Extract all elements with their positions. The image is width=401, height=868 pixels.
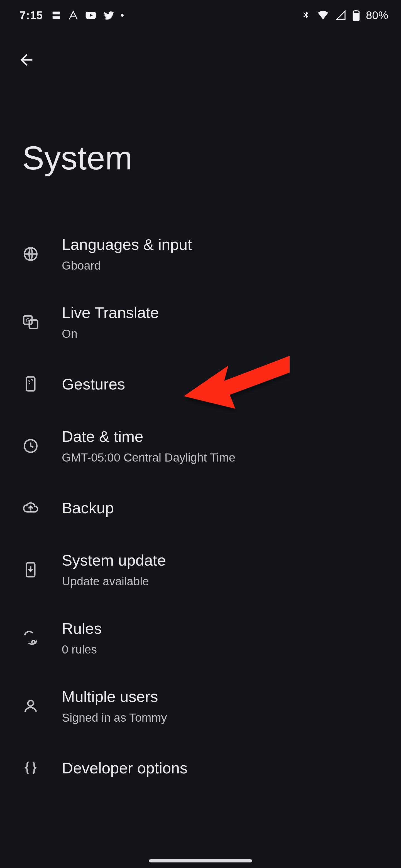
item-subtitle: 0 rules [62,643,102,656]
svg-rect-10 [26,377,35,391]
gestures-icon [20,376,42,392]
item-system-update[interactable]: System update Update available [20,535,401,604]
cloud-upload-icon [20,499,42,516]
item-developer-options[interactable]: Developer options [20,740,401,796]
item-subtitle: On [62,327,159,341]
bluetooth-icon [301,10,311,20]
svg-point-13 [32,641,35,644]
translate-icon: G [20,314,42,331]
item-title: Developer options [62,759,188,777]
braces-icon [20,760,42,776]
item-title: Date & time [62,427,235,445]
item-title: Gestures [62,375,125,393]
settings-list: Languages & input Gboard G Live Translat… [0,220,401,796]
item-multiple-users[interactable]: Multiple users Signed in as Tommy [20,672,401,740]
clock-icon [20,438,42,454]
item-rules[interactable]: Rules 0 rules [20,604,401,672]
item-title: Languages & input [62,235,192,253]
app-a-icon [68,10,79,21]
twitter-icon [103,9,115,21]
item-title: Backup [62,499,114,517]
wifi-icon [317,9,329,22]
item-backup[interactable]: Backup [20,480,401,535]
status-bar-left: 7:15 [20,9,124,22]
more-dot-icon [121,14,124,17]
item-subtitle: Gboard [62,259,192,272]
battery-percentage: 80% [366,9,388,22]
cell-signal-icon [335,10,346,21]
home-indicator[interactable] [149,859,252,862]
rules-icon [20,629,42,646]
svg-point-14 [28,701,33,706]
svg-rect-1 [53,16,60,19]
item-gestures[interactable]: Gestures [20,356,401,412]
android-settings-system-screen: 7:15 [0,0,401,868]
svg-text:G: G [26,317,30,323]
item-languages-input[interactable]: Languages & input Gboard [20,220,401,288]
arrow-back-icon [18,51,35,69]
back-button[interactable] [14,47,39,72]
item-title: Multiple users [62,687,167,706]
app-bar [14,47,39,72]
page-title: System [22,139,133,177]
item-title: Live Translate [62,304,159,321]
item-date-time[interactable]: Date & time GMT-05:00 Central Daylight T… [20,412,401,480]
globe-icon [20,246,42,262]
status-bar-right: 80% [301,9,388,22]
item-subtitle: Update available [62,575,166,588]
svg-rect-5 [353,13,359,21]
status-bar: 7:15 [0,0,401,31]
app-e-icon [51,10,62,21]
item-live-translate[interactable]: G Live Translate On [20,288,401,356]
youtube-icon [85,9,97,22]
item-subtitle: GMT-05:00 Central Daylight Time [62,451,235,464]
battery-icon [352,9,360,21]
item-title: System update [62,551,166,569]
status-time: 7:15 [20,9,43,22]
item-title: Rules [62,619,102,638]
person-icon [20,698,42,714]
svg-rect-4 [355,10,357,11]
system-update-icon [20,561,42,578]
svg-rect-0 [53,12,60,14]
item-subtitle: Signed in as Tommy [62,711,167,724]
